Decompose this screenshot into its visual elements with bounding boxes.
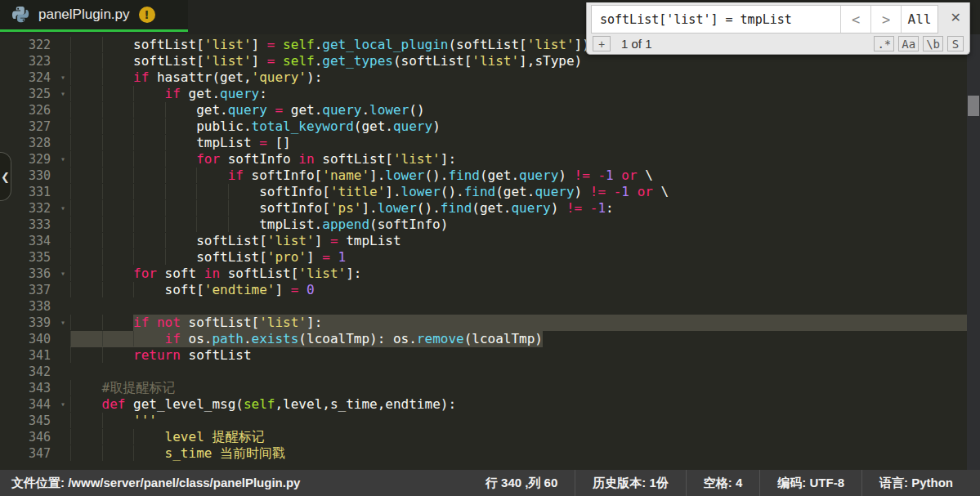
expand-replace-button[interactable]: + xyxy=(593,36,611,51)
line-number[interactable]: 335 xyxy=(0,249,70,266)
code-line[interactable]: 341 return softList xyxy=(0,347,967,364)
fold-arrow-icon[interactable]: ▾ xyxy=(60,200,65,217)
find-previous-button[interactable]: < xyxy=(840,6,870,33)
fold-arrow-icon[interactable]: ▾ xyxy=(60,396,65,413)
fold-arrow-icon[interactable]: ▾ xyxy=(60,69,65,86)
indent-spaces[interactable]: 空格: 4 xyxy=(686,470,760,496)
code-token: = xyxy=(291,282,299,297)
line-number[interactable]: 338 xyxy=(0,298,70,315)
line-number[interactable]: 340 xyxy=(0,331,70,347)
find-next-button[interactable]: > xyxy=(870,6,901,33)
code-text: if get.query: xyxy=(70,86,967,102)
code-token: soft xyxy=(157,266,204,281)
file-language[interactable]: 语言: Python xyxy=(861,470,970,496)
selection-toggle-button[interactable]: S xyxy=(947,36,964,51)
line-number[interactable]: 341 xyxy=(0,347,70,364)
code-token: #取提醒标记 xyxy=(102,380,176,395)
sidebar-collapse-handle[interactable]: ❮ xyxy=(0,152,11,201)
code-line[interactable]: 343 #取提醒标记 xyxy=(0,380,967,396)
code-line[interactable]: 337 soft['endtime'] = 0 xyxy=(0,282,967,298)
line-number[interactable]: 332▾ xyxy=(0,200,70,217)
code-line[interactable]: 335 softList['pro'] = 1 xyxy=(0,249,967,266)
line-number[interactable]: 327 xyxy=(0,118,70,135)
line-number[interactable]: 323 xyxy=(0,53,70,69)
code-token: lower xyxy=(385,168,424,183)
code-line[interactable]: 339▾ if not softList['list']: xyxy=(0,315,967,331)
code-token: 'list' xyxy=(204,37,252,52)
code-line[interactable]: 327 public.total_keyword(get.query) xyxy=(0,118,967,135)
search-input[interactable] xyxy=(592,6,840,33)
code-token: 0 xyxy=(307,282,315,297)
line-number[interactable]: 339▾ xyxy=(0,315,70,331)
code-token xyxy=(70,184,259,199)
line-number[interactable]: 322 xyxy=(0,37,70,53)
code-text: tmpList.append(softInfo) xyxy=(70,217,967,233)
code-line[interactable]: 326 get.query = get.query.lower() xyxy=(0,102,967,118)
code-line[interactable]: 323 softList['list'] = self.get_types(so… xyxy=(0,53,967,69)
code-line[interactable]: 336▾ for soft in softList['list']: xyxy=(0,266,967,282)
code-token: softList[ xyxy=(196,233,267,248)
line-number[interactable]: 344▾ xyxy=(0,396,70,413)
code-line[interactable]: 333 tmpList.append(softInfo) xyxy=(0,217,967,233)
code-line[interactable]: 340 if os.path.exists(lcoalTmp): os.remo… xyxy=(0,331,967,347)
line-number[interactable]: 325▾ xyxy=(0,86,70,102)
code-line[interactable]: 324▾ if hasattr(get,'query'): xyxy=(0,69,967,86)
code-token: remove xyxy=(417,331,464,346)
code-line[interactable]: 346 level 提醒标记 xyxy=(0,429,967,445)
fold-arrow-icon[interactable]: ▾ xyxy=(60,86,65,102)
code-token: (get. xyxy=(354,118,393,134)
line-number[interactable]: 336▾ xyxy=(0,266,70,282)
tab-panelplugin[interactable]: panelPlugin.py ! xyxy=(0,0,188,32)
code-text: softList['pro'] = 1 xyxy=(70,249,967,266)
code-line[interactable]: 345 ''' xyxy=(0,413,967,429)
code-line[interactable]: 328 tmpList = [] xyxy=(0,135,967,151)
vertical-scrollbar[interactable] xyxy=(967,34,980,470)
code-token: softInfo xyxy=(220,151,298,167)
code-line[interactable]: 325▾ if get.query: xyxy=(0,86,967,102)
line-number[interactable]: 347 xyxy=(0,445,70,462)
code-line[interactable]: 331 softInfo['title'].lower().find(get.q… xyxy=(0,184,967,200)
code-line[interactable]: 332▾ softInfo['ps'].lower().find(get.que… xyxy=(0,200,967,217)
code-line[interactable]: 347 s_time 当前时间戳 xyxy=(0,445,967,462)
code-token: softList[ xyxy=(196,249,267,265)
code-text: softList['list'] = self.get_types(softLi… xyxy=(70,53,967,69)
code-token: 'list' xyxy=(298,266,346,281)
file-encoding[interactable]: 编码: UTF-8 xyxy=(759,470,861,496)
line-number[interactable]: 326 xyxy=(0,102,70,118)
code-line[interactable]: 338 xyxy=(0,298,967,315)
line-number[interactable]: 345 xyxy=(0,413,70,429)
code-line[interactable]: 330 if softInfo['name'].lower().find(get… xyxy=(0,168,967,184)
fold-arrow-icon[interactable]: ▾ xyxy=(60,266,65,282)
line-number[interactable]: 346 xyxy=(0,429,70,445)
case-sensitive-toggle-button[interactable]: Aa xyxy=(898,36,919,51)
close-search-icon[interactable]: ✕ xyxy=(951,10,961,25)
fold-arrow-icon[interactable]: ▾ xyxy=(60,315,65,331)
fold-arrow-icon[interactable]: ▾ xyxy=(60,151,65,168)
code-line[interactable]: 342 xyxy=(0,364,967,380)
find-all-button[interactable]: All xyxy=(901,6,937,33)
code-line[interactable]: 329▾ for softInfo in softList['list']: xyxy=(0,151,967,168)
code-line[interactable]: 334 softList['list'] = tmpList xyxy=(0,233,967,249)
code-text: if hasattr(get,'query'): xyxy=(70,69,967,86)
line-number[interactable]: 343 xyxy=(0,380,70,396)
code-token: ) xyxy=(575,184,590,199)
code-token: find xyxy=(448,168,480,183)
history-versions[interactable]: 历史版本: 1份 xyxy=(575,470,686,496)
regex-toggle-button[interactable]: .* xyxy=(874,36,894,51)
scrollbar-thumb[interactable] xyxy=(968,96,979,116)
line-number[interactable]: 337 xyxy=(0,282,70,298)
line-number[interactable]: 328 xyxy=(0,135,70,151)
line-number[interactable]: 333 xyxy=(0,217,70,233)
code-token: public. xyxy=(196,118,251,134)
code-text: tmpList = [] xyxy=(70,135,967,151)
code-token: ): xyxy=(307,69,322,85)
code-editor[interactable]: 322 softList['list'] = self.get_local_pl… xyxy=(0,34,980,470)
line-number[interactable]: 324▾ xyxy=(0,69,70,86)
code-token xyxy=(70,380,102,395)
code-token xyxy=(582,200,590,216)
line-number[interactable]: 334 xyxy=(0,233,70,249)
whole-word-toggle-button[interactable]: \b xyxy=(923,36,943,51)
line-number[interactable]: 342 xyxy=(0,364,70,380)
code-line[interactable]: 344▾ def get_level_msg(self,level,s_time… xyxy=(0,396,967,413)
code-token: (). xyxy=(424,168,448,183)
